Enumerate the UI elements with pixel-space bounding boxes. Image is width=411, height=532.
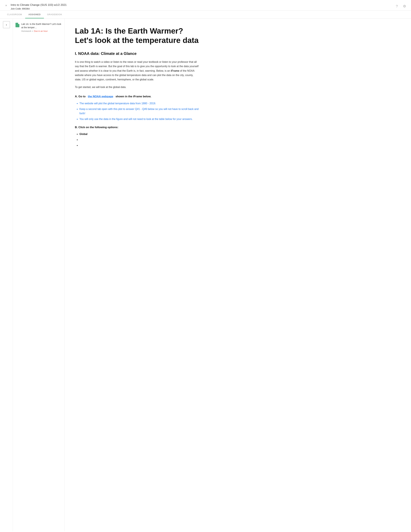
section1-heading: I. NOAA data: Climate at a Glance: [75, 51, 200, 57]
assignment-info: Lab 1A: Is the Earth Warmer? Let's look …: [21, 22, 62, 33]
bullet-blue-3: You will only use the data in the figure…: [79, 117, 200, 121]
sub-heading-a-rest: shown in the iFrame below.: [115, 95, 151, 98]
header-title-group: Intro to Climate Change (SUS 103) w1/2 2…: [11, 3, 67, 10]
header-right: ? ⚙: [394, 3, 407, 9]
sub-heading-b: B. Click on the following options:: [75, 125, 200, 129]
assignment-type: Homework: [21, 29, 31, 33]
settings-button[interactable]: ⚙: [402, 4, 407, 9]
bullet-black-2: [79, 138, 200, 142]
meta-dot: [32, 31, 33, 31]
bullet-blue-1: The website will plot the global tempera…: [79, 101, 200, 105]
lab-main-title: Lab 1A: Is the Earth Warmer? Let's look …: [75, 26, 200, 45]
bullet-black-3: [79, 143, 200, 148]
sub-heading-a-label: A. Go to: [75, 95, 86, 98]
assignment-panel: Lab 1A: Is the Earth Warmer? Let's look …: [13, 19, 65, 531]
tab-gradebook[interactable]: GRADEBOOK: [44, 11, 65, 19]
assignment-meta: Homework Due in an hour: [21, 29, 62, 33]
assignment-title: Lab 1A: Is the Earth Warmer? Let's look …: [21, 22, 62, 29]
noaa-link[interactable]: the NOAA webpage: [88, 95, 113, 98]
join-code-label: Join Code:: [11, 7, 21, 10]
sidebar-toggle-button[interactable]: ›: [3, 21, 10, 28]
tab-assigned[interactable]: ASSIGNED: [25, 11, 44, 19]
join-code: Join Code: 890364: [11, 7, 67, 10]
intro-paragraph-1: It is one thing to watch a video or list…: [75, 60, 200, 82]
bullet-black-1: Global: [79, 132, 200, 136]
header-left: × Intro to Climate Change (SUS 103) w1/2…: [4, 3, 67, 10]
help-button[interactable]: ?: [394, 4, 399, 9]
close-button[interactable]: ×: [4, 3, 8, 8]
bullet-blue-2: Keep a second tab open with this plot to…: [79, 107, 200, 115]
document-icon: [16, 23, 19, 27]
content-area: Lab 1A: Is the Earth Warmer? Let's look …: [65, 19, 210, 531]
tab-classroom[interactable]: CLASSROOM: [4, 11, 25, 19]
sidebar: ›: [0, 19, 13, 531]
join-code-value: 890364: [22, 7, 30, 10]
bullets-black-list: Global: [75, 132, 200, 148]
course-title: Intro to Climate Change (SUS 103) w1/2 2…: [11, 3, 67, 7]
intro-paragraph-2: To get started, we will look at the glob…: [75, 85, 200, 89]
nav-tabs: CLASSROOM ASSIGNED GRADEBOOK: [0, 11, 411, 19]
assignment-item[interactable]: Lab 1A: Is the Earth Warmer? Let's look …: [13, 20, 64, 35]
sub-heading-a: A. Go to the NOAA webpage shown in the i…: [75, 95, 200, 99]
main-layout: › Lab 1A: Is the Earth Warmer? Let's loo…: [0, 19, 411, 531]
iframe-word: iFrame: [171, 69, 179, 72]
bullets-blue-list: The website will plot the global tempera…: [75, 101, 200, 121]
due-label: Due in an hour: [34, 29, 48, 33]
header: × Intro to Climate Change (SUS 103) w1/2…: [0, 0, 411, 11]
